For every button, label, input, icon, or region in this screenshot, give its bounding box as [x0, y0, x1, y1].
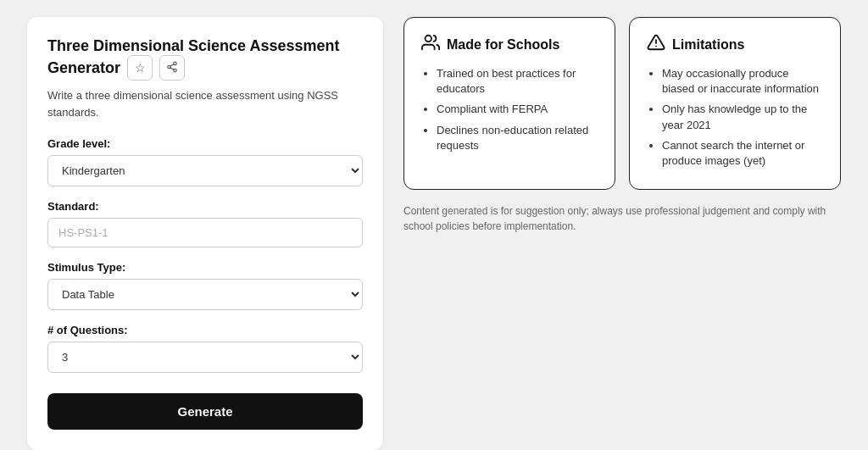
limitations-icon — [647, 33, 665, 56]
stimulus-field-group: Stimulus Type: Data TableGraphDiagramPas… — [47, 261, 363, 310]
limitations-card-body: May occasionally produce biased or inacc… — [647, 66, 823, 169]
schools-card-header: Made for Schools — [421, 33, 598, 56]
star-button[interactable]: ☆ — [127, 55, 153, 81]
standard-label: Standard: — [47, 200, 363, 213]
standard-field-group: Standard: — [47, 200, 363, 247]
cards-row: Made for Schools Trained on best practic… — [403, 17, 841, 190]
limitations-card-header: Limitations — [647, 33, 823, 56]
list-item: May occasionally produce biased or inacc… — [662, 66, 823, 97]
grade-label: Grade level: — [47, 137, 363, 150]
list-item: Compliant with FERPA — [437, 102, 598, 117]
questions-field-group: # of Questions: 12345678910 — [47, 324, 363, 373]
svg-line-3 — [170, 67, 174, 69]
list-item: Trained on best practices for educators — [437, 66, 598, 97]
limitations-list: May occasionally produce biased or inacc… — [647, 66, 823, 169]
disclaimer-text: Content generated is for suggestion only… — [403, 203, 841, 234]
svg-point-5 — [426, 36, 431, 42]
limitations-card: Limitations May occasionally produce bia… — [629, 17, 841, 190]
left-panel: Three Dimensional Science Assessment Gen… — [27, 17, 383, 450]
list-item: Cannot search the internet or produce im… — [662, 138, 823, 169]
schools-icon — [421, 33, 440, 56]
share-icon — [166, 61, 178, 75]
questions-label: # of Questions: — [47, 324, 363, 336]
app-title-line2: Generator ☆ — [47, 55, 363, 81]
questions-select[interactable]: 12345678910 — [47, 342, 363, 373]
grade-select[interactable]: Kindergarten1st Grade2nd Grade3rd Grade4… — [47, 155, 363, 186]
schools-card-body: Trained on best practices for educatorsC… — [421, 66, 598, 153]
svg-line-4 — [170, 64, 174, 65]
grade-field-group: Grade level: Kindergarten1st Grade2nd Gr… — [47, 137, 363, 186]
app-description: Write a three dimensional science assess… — [47, 87, 363, 120]
limitations-card-title: Limitations — [672, 37, 744, 53]
list-item: Declines non-education related requests — [437, 123, 598, 153]
schools-card: Made for Schools Trained on best practic… — [403, 17, 615, 190]
schools-card-title: Made for Schools — [447, 37, 559, 53]
app-title-word: Generator — [47, 59, 120, 77]
star-icon: ☆ — [135, 61, 146, 75]
schools-list: Trained on best practices for educatorsC… — [421, 66, 598, 153]
share-button[interactable] — [159, 55, 185, 81]
generate-button[interactable]: Generate — [47, 393, 363, 430]
right-panel: Made for Schools Trained on best practic… — [403, 17, 841, 450]
stimulus-label: Stimulus Type: — [47, 261, 363, 274]
app-title-line1: Three Dimensional Science Assessment — [47, 37, 363, 55]
standard-input[interactable] — [47, 218, 363, 247]
list-item: Only has knowledge up to the year 2021 — [662, 102, 823, 132]
main-container: Three Dimensional Science Assessment Gen… — [10, 0, 858, 450]
stimulus-select[interactable]: Data TableGraphDiagramPassageImage — [47, 279, 363, 310]
